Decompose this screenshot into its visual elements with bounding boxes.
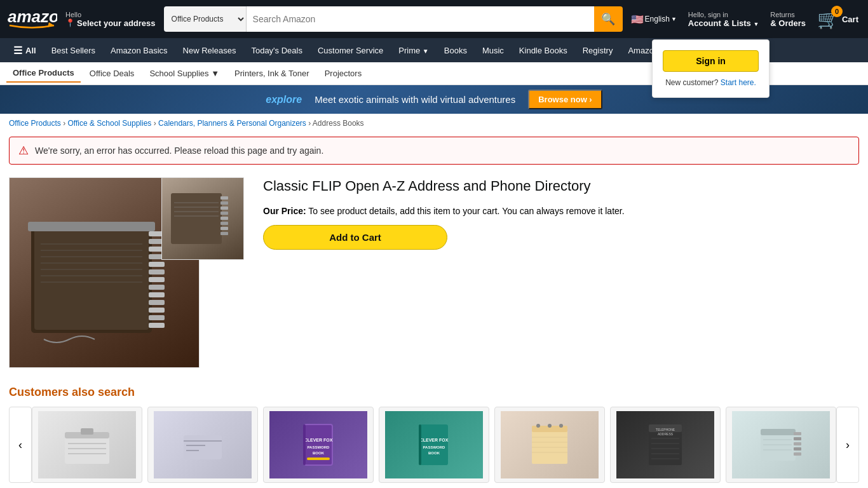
also-search-prev-button[interactable]: ‹ xyxy=(9,407,32,483)
navbar-item-best-sellers[interactable]: Best Sellers xyxy=(44,40,102,61)
price-label: Our Price: xyxy=(263,206,306,216)
navbar-item-books[interactable]: Books xyxy=(437,40,474,61)
svg-rect-40 xyxy=(81,428,93,435)
language-selector[interactable]: 🇺🇸 English ▼ xyxy=(628,10,680,29)
prime-arrow-icon: ▼ xyxy=(423,48,429,55)
svg-rect-33 xyxy=(220,232,228,235)
navbar-item-prime[interactable]: Prime ▼ xyxy=(391,40,435,61)
add-to-cart-button[interactable]: Add to Cart xyxy=(263,225,447,250)
also-search-item-1[interactable] xyxy=(32,407,142,483)
svg-rect-3 xyxy=(34,228,149,330)
product-section: Classic FLIP Open A-Z Address and Phone … xyxy=(0,168,868,377)
also-search-item-4[interactable]: CLEVER FOX PASSWORD BOOK xyxy=(379,407,489,483)
product-details: Classic FLIP Open A-Z Address and Phone … xyxy=(263,177,859,368)
svg-rect-4 xyxy=(28,222,155,231)
svg-rect-46 xyxy=(186,445,205,446)
subnav-item-office-deals[interactable]: Office Deals xyxy=(83,65,141,82)
breadcrumb-office-products[interactable]: Office Products xyxy=(9,119,61,128)
subnav-item-school-supplies[interactable]: School Supplies ▼ xyxy=(143,65,226,82)
account-menu[interactable]: Hello, sign in Account & Lists ▼ xyxy=(685,8,763,31)
also-item-2-image xyxy=(154,411,252,478)
navbar-item-all[interactable]: ☰ All xyxy=(6,39,43,62)
signin-button[interactable]: Sign in xyxy=(663,50,759,72)
svg-text:PASSWORD: PASSWORD xyxy=(423,445,446,449)
breadcrumb-calendars[interactable]: Calendars, Planners & Personal Organizer… xyxy=(158,119,306,128)
svg-rect-54 xyxy=(303,424,306,465)
navbar-item-todays-deals[interactable]: Today's Deals xyxy=(244,40,309,61)
navbar-item-kindle[interactable]: Kindle Books xyxy=(512,40,574,61)
account-arrow-icon: ▼ xyxy=(753,21,759,27)
returns-orders[interactable]: Returns & Orders xyxy=(767,8,809,31)
svg-rect-44 xyxy=(184,435,222,459)
also-search-row: ‹ xyxy=(9,407,859,483)
svg-rect-82 xyxy=(794,442,801,445)
subnav-item-printers[interactable]: Printers, Ink & Toner xyxy=(228,65,316,82)
address-selector[interactable]: Hello Select your address xyxy=(62,8,159,31)
svg-text:CLEVER FOX: CLEVER FOX xyxy=(304,438,333,442)
navbar-item-amazon-basics[interactable]: Amazon Basics xyxy=(104,40,175,61)
navbar-item-music[interactable]: Music xyxy=(475,40,511,61)
address-select-label: Select your address xyxy=(65,18,156,28)
account-greeting: Hello, sign in xyxy=(688,11,759,18)
address-hello: Hello xyxy=(65,11,156,18)
start-here-link[interactable]: Start here. xyxy=(721,78,756,87)
svg-rect-59 xyxy=(419,424,421,465)
svg-rect-14 xyxy=(149,300,165,305)
svg-rect-31 xyxy=(220,222,228,225)
svg-rect-26 xyxy=(220,196,228,200)
also-search-next-button[interactable]: › xyxy=(836,407,859,483)
header: amazon ▸ Hello Select your address Offic… xyxy=(0,0,868,38)
also-search-item-2[interactable] xyxy=(147,407,258,483)
also-item-7-image xyxy=(732,411,831,478)
svg-rect-27 xyxy=(220,201,228,205)
product-title: Classic FLIP Open A-Z Address and Phone … xyxy=(263,177,859,196)
svg-rect-10 xyxy=(149,269,165,274)
navbar-item-new-releases[interactable]: New Releases xyxy=(176,40,243,61)
prime-label: Prime xyxy=(398,46,420,55)
svg-text:ADDRESS: ADDRESS xyxy=(658,432,674,436)
error-text: We're sorry, an error has occurred. Plea… xyxy=(35,146,323,156)
navbar-all-label: All xyxy=(25,46,36,55)
search-input[interactable] xyxy=(247,6,594,32)
also-item-3-image: CLEVER FOX PASSWORD BOOK xyxy=(269,411,368,478)
search-button[interactable]: 🔍 xyxy=(594,6,623,32)
cart[interactable]: 🛒 0 Cart xyxy=(814,6,862,33)
breadcrumb-current: Address Books xyxy=(313,119,364,128)
svg-rect-30 xyxy=(220,217,228,220)
subnav-item-office-products[interactable]: Office Products xyxy=(6,64,81,83)
search-form: Office Products All Departments Books 🔍 xyxy=(164,6,623,32)
also-search-item-5[interactable] xyxy=(494,407,605,483)
also-search-item-3[interactable]: CLEVER FOX PASSWORD BOOK xyxy=(263,407,374,483)
svg-rect-13 xyxy=(149,292,165,297)
svg-rect-45 xyxy=(184,440,222,442)
svg-rect-29 xyxy=(220,212,228,215)
error-icon: ⚠ xyxy=(18,144,29,158)
also-search-section: Customers also search ‹ xyxy=(0,377,868,488)
also-search-items: CLEVER FOX PASSWORD BOOK CLEVER FOX PASS… xyxy=(32,407,836,483)
navbar-item-registry[interactable]: Registry xyxy=(576,40,620,61)
also-item-6-image: TELEPHONE ADDRESS xyxy=(616,411,715,478)
svg-text:BOOK: BOOK xyxy=(428,451,440,455)
navbar-item-customer-service[interactable]: Customer Service xyxy=(311,40,390,61)
signin-dropdown: Sign in New customer? Start here. xyxy=(652,39,770,98)
also-item-5-image xyxy=(501,411,599,478)
amazon-logo[interactable]: amazon ▸ xyxy=(6,4,57,34)
svg-rect-16 xyxy=(149,315,165,320)
new-customer-label: New customer? xyxy=(665,78,718,87)
breadcrumb: Office Products › Office & School Suppli… xyxy=(0,114,868,133)
banner-text: Meet exotic animals with wild virtual ad… xyxy=(315,94,515,105)
svg-rect-55 xyxy=(420,424,448,465)
banner-browse-button[interactable]: Browse now › xyxy=(528,90,602,109)
also-search-item-6[interactable]: TELEPHONE ADDRESS xyxy=(610,407,721,483)
banner-explore: explore xyxy=(266,94,302,105)
search-category-select[interactable]: Office Products All Departments Books xyxy=(164,6,247,32)
also-search-item-7[interactable] xyxy=(726,407,836,483)
svg-rect-25 xyxy=(171,193,222,244)
account-label: Account & Lists ▼ xyxy=(688,18,759,28)
also-item-4-image: CLEVER FOX PASSWORD BOOK xyxy=(385,411,484,478)
language-label: English xyxy=(645,15,670,24)
breadcrumb-office-school[interactable]: Office & School Supplies xyxy=(68,119,152,128)
subnav-item-projectors[interactable]: Projectors xyxy=(318,65,369,82)
svg-text:CLEVER FOX: CLEVER FOX xyxy=(420,438,449,442)
svg-rect-47 xyxy=(186,450,199,451)
